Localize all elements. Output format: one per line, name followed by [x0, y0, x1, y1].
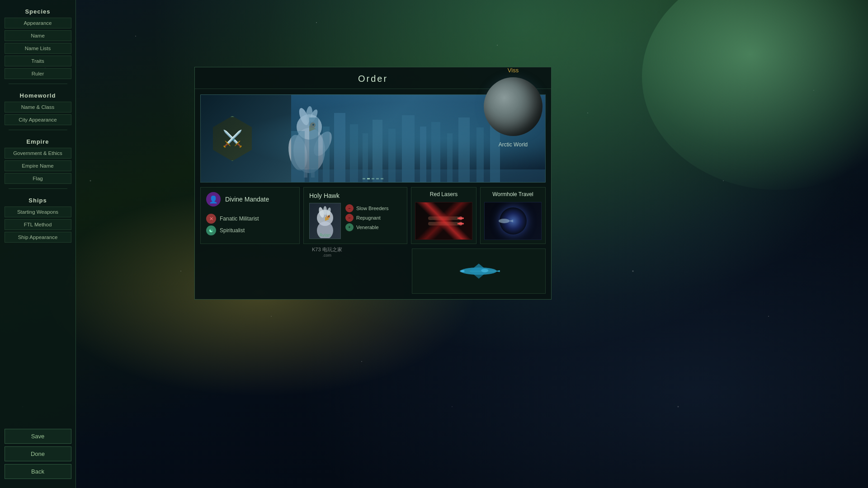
sidebar-item-cityappearance[interactable]: City Appearance: [5, 114, 71, 125]
svg-rect-27: [291, 169, 545, 182]
section-empire: Empire: [0, 134, 75, 147]
empire-emblem[interactable]: ⚔️: [210, 116, 255, 161]
svg-point-34: [323, 206, 327, 215]
ftl-card[interactable]: Wormhole Travel: [480, 187, 546, 244]
trait-label-2: Repugnant: [356, 215, 381, 221]
svg-point-49: [481, 269, 488, 272]
info-cards-row: 👤 Divine Mandate ✕ Fanatic Militarist ☯ …: [200, 187, 546, 244]
wormhole-svg: [493, 205, 533, 237]
section-homeworld: Homeworld: [0, 88, 75, 101]
traits-list: − Slow Breeders − Repugnant + Venerable: [345, 203, 389, 239]
sidebar-item-traits[interactable]: Traits: [5, 56, 71, 66]
banner-dot-1: [363, 178, 365, 179]
section-species: Species: [0, 4, 75, 17]
ship-card[interactable]: [412, 249, 546, 294]
ftl-label: Wormhole Travel: [484, 191, 542, 197]
trait-icon-1: −: [345, 204, 354, 212]
sidebar-item-empirename[interactable]: Empire Name: [5, 160, 71, 171]
trait-label-3: Venerable: [356, 225, 379, 230]
trait-row-3: + Venerable: [345, 223, 389, 231]
weapons-label: Red Lasers: [415, 191, 472, 197]
banner-dot-5: [381, 178, 383, 179]
laser-image: [415, 202, 472, 240]
civics-title: Divine Mandate: [225, 196, 269, 203]
trait-label-1: Slow Breeders: [356, 206, 389, 211]
back-button[interactable]: Back: [5, 464, 71, 479]
sidebar-item-nameclass[interactable]: Name & Class: [5, 102, 71, 113]
banner-dot-4: [376, 178, 379, 179]
sidebar-item-namelists[interactable]: Name Lists: [5, 43, 71, 54]
spacer: [200, 249, 408, 252]
banner-dot-2: [367, 178, 370, 179]
species-content: Avian − Slow Breeders − Repugnant +: [309, 203, 401, 239]
homeworld-name: Viss: [508, 67, 519, 74]
sidebar: Species Appearance Name Name Lists Trait…: [0, 0, 76, 488]
trait-icon-2: −: [345, 214, 354, 222]
homeworld-type: Arctic World: [499, 141, 528, 148]
sidebar-item-startingweapons[interactable]: Starting Weapons: [5, 206, 71, 217]
ethic-row-1: ✕ Fanatic Militarist: [206, 214, 294, 224]
homeworld-planet[interactable]: [484, 77, 542, 136]
sidebar-item-shipappearance[interactable]: Ship Appearance: [5, 232, 71, 243]
weapons-card[interactable]: Red Lasers: [411, 187, 476, 244]
sidebar-item-ruler[interactable]: Ruler: [5, 68, 71, 79]
done-button[interactable]: Done: [5, 446, 71, 461]
trait-row-2: − Repugnant: [345, 214, 389, 222]
species-type: Avian: [310, 233, 340, 238]
ship-row: [200, 249, 546, 294]
sidebar-item-flag[interactable]: Flag: [5, 173, 71, 184]
homeworld-panel: Viss Arctic World: [475, 67, 552, 148]
civics-card[interactable]: 👤 Divine Mandate ✕ Fanatic Militarist ☯ …: [200, 187, 300, 244]
divider-2: [9, 130, 67, 130]
trait-icon-3: +: [345, 223, 354, 231]
svg-point-48: [460, 270, 465, 272]
ethic-row-2: ☯ Spiritualist: [206, 225, 294, 235]
species-card[interactable]: Holy Hawk Avian: [303, 187, 407, 244]
sidebar-bottom: Save Done Back: [0, 429, 75, 479]
divider-1: [9, 84, 67, 84]
ship-svg: [452, 258, 506, 285]
sidebar-item-name[interactable]: Name: [5, 30, 71, 41]
banner-dot-3: [372, 178, 374, 179]
divider-3: [9, 188, 67, 189]
ethic-icon-1: ✕: [206, 214, 216, 224]
wormhole-image: [484, 202, 542, 240]
ethic-label-2: Spiritualist: [220, 227, 245, 234]
save-button[interactable]: Save: [5, 429, 71, 444]
svg-point-42: [499, 219, 509, 223]
ethic-icon-2: ☯: [206, 225, 216, 235]
species-name: Holy Hawk: [309, 192, 401, 199]
laser-effect: [415, 202, 472, 239]
species-portrait: Avian: [309, 203, 341, 239]
emblem-symbol: ⚔️: [222, 129, 243, 148]
sidebar-item-appearance[interactable]: Appearance: [5, 18, 71, 28]
planet-sphere: [484, 77, 542, 136]
banner-dots: [363, 178, 383, 179]
svg-marker-43: [509, 220, 513, 222]
section-ships: Ships: [0, 192, 75, 206]
trait-row-1: − Slow Breeders: [345, 204, 389, 212]
ethic-label-1: Fanatic Militarist: [220, 216, 259, 222]
sidebar-item-govethics[interactable]: Government & Ethics: [5, 148, 71, 159]
sidebar-item-ftlmethod[interactable]: FTL Method: [5, 219, 71, 230]
civics-portrait-icon: 👤: [206, 192, 221, 206]
